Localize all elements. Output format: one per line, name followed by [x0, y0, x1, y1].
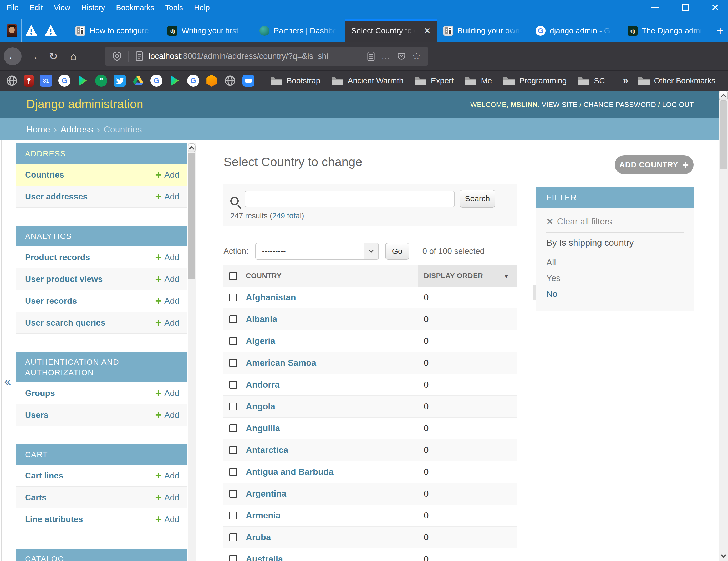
sidebar-item-user-addresses[interactable]: User addresses +Add: [16, 186, 187, 208]
sort-descending-icon[interactable]: ▼: [503, 273, 510, 280]
column-header-display-order[interactable]: DISPLAY ORDER▼: [418, 266, 517, 287]
maximize-icon[interactable]: [677, 0, 693, 15]
shield-icon[interactable]: [113, 51, 121, 61]
reload-icon[interactable]: ↻: [45, 50, 62, 62]
bookmark-folder-expert[interactable]: Expert: [414, 75, 454, 86]
scroll-up-icon[interactable]: [188, 144, 196, 152]
sidebar-item-cart-lines[interactable]: Cart lines +Add: [16, 465, 187, 487]
pinned-tab-avatar[interactable]: [2, 19, 22, 42]
tab-building-your-own[interactable]: Building your own: [437, 19, 529, 42]
row-checkbox[interactable]: [229, 446, 237, 454]
add-user-records-link[interactable]: +Add: [155, 295, 179, 306]
menu-file[interactable]: File: [6, 3, 19, 12]
total-results-link[interactable]: 249 total: [272, 212, 302, 220]
action-select[interactable]: ---------: [255, 243, 379, 260]
pinned-tab-warning-1[interactable]: [22, 19, 41, 42]
other-bookmarks-folder[interactable]: Other Bookmarks: [637, 75, 715, 86]
row-checkbox[interactable]: [229, 468, 237, 476]
page-scrollbar-thumb[interactable]: [720, 101, 727, 170]
menu-history[interactable]: History: [81, 3, 105, 12]
home-icon[interactable]: ⌂: [65, 50, 82, 62]
country-link[interactable]: Afghanistan: [246, 292, 296, 302]
search-input[interactable]: [245, 191, 455, 207]
change-password-link[interactable]: CHANGE PASSWORD: [584, 101, 656, 109]
play-store-bookmark-icon[interactable]: [77, 75, 89, 87]
add-country-button[interactable]: ADD COUNTRY+: [615, 155, 694, 174]
country-link[interactable]: Angola: [246, 401, 275, 411]
google-bookmark-icon[interactable]: G: [187, 75, 199, 87]
clear-all-filters-link[interactable]: ✕ Clear all filters: [546, 217, 612, 227]
menu-edit[interactable]: Edit: [30, 3, 43, 12]
globe-bookmark-icon[interactable]: [6, 75, 18, 87]
view-site-link[interactable]: VIEW SITE: [542, 101, 577, 109]
bookmark-folder-programming[interactable]: Programming: [502, 75, 567, 86]
site-title[interactable]: Django administration: [26, 97, 143, 111]
page-actions-icon[interactable]: …: [381, 51, 391, 62]
row-checkbox[interactable]: [229, 315, 237, 323]
add-line-attributes-link[interactable]: +Add: [155, 514, 179, 525]
add-cart-lines-link[interactable]: +Add: [155, 470, 179, 481]
sidebar-collapse-icon[interactable]: «: [4, 374, 11, 388]
scroll-up-icon[interactable]: [719, 91, 728, 101]
forward-icon[interactable]: →: [25, 50, 42, 62]
row-checkbox[interactable]: [229, 512, 237, 519]
add-user-addresses-link[interactable]: +Add: [155, 191, 179, 202]
menu-tools[interactable]: Tools: [165, 3, 183, 12]
orange-gem-bookmark-icon[interactable]: [206, 75, 218, 87]
country-link[interactable]: Algeria: [246, 336, 275, 346]
breadcrumb-address[interactable]: Address: [60, 124, 93, 135]
scroll-down-icon[interactable]: [719, 551, 728, 561]
menu-view[interactable]: View: [54, 3, 70, 12]
row-checkbox[interactable]: [229, 359, 237, 367]
page-info-icon[interactable]: [135, 51, 143, 61]
back-icon[interactable]: ←: [4, 47, 22, 65]
search-button[interactable]: Search: [460, 190, 495, 208]
sidebar-item-groups[interactable]: Groups +Add: [16, 382, 187, 404]
log-out-link[interactable]: LOG OUT: [662, 101, 694, 109]
reader-mode-icon[interactable]: [367, 52, 375, 61]
google-drive-bookmark-icon[interactable]: [132, 75, 144, 87]
country-link[interactable]: Antarctica: [246, 445, 288, 455]
add-carts-link[interactable]: +Add: [155, 492, 179, 503]
breadcrumb-home[interactable]: Home: [26, 124, 50, 135]
filter-option-all[interactable]: All: [546, 258, 556, 268]
tab-writing-your-first[interactable]: dj Writing your first: [161, 19, 253, 42]
country-link[interactable]: American Samoa: [246, 358, 316, 367]
add-user-product-views-link[interactable]: +Add: [155, 274, 179, 284]
select-all-checkbox[interactable]: [229, 272, 237, 280]
new-tab-button[interactable]: +: [714, 23, 727, 38]
close-window-icon[interactable]: ✕: [707, 0, 723, 15]
tab-the-django-admin[interactable]: dj The Django admi: [621, 19, 713, 42]
tab-django-admin-google[interactable]: G django admin - G: [529, 19, 621, 42]
sidebar-item-product-records[interactable]: Product records +Add: [16, 247, 187, 268]
bookmark-folder-bootstrap[interactable]: Bootstrap: [270, 75, 320, 86]
bookmark-star-icon[interactable]: ☆: [412, 51, 421, 62]
row-checkbox[interactable]: [229, 490, 237, 498]
sidebar-item-user-records[interactable]: User records +Add: [16, 290, 187, 312]
add-product-records-link[interactable]: +Add: [155, 252, 179, 263]
sidebar-item-line-attributes[interactable]: Line attributes +Add: [16, 508, 187, 530]
red-pin-bookmark-icon[interactable]: [24, 75, 34, 87]
close-tab-icon[interactable]: ✕: [424, 26, 431, 36]
filter-option-no[interactable]: No: [546, 289, 557, 299]
bookmark-folder-me[interactable]: Me: [464, 75, 492, 86]
country-link[interactable]: Argentina: [246, 489, 286, 498]
add-countries-link[interactable]: +Add: [155, 169, 179, 180]
sidebar-scrollbar-thumb[interactable]: [188, 154, 195, 279]
country-link[interactable]: Albania: [246, 314, 277, 324]
sidebar-item-users[interactable]: Users +Add: [16, 404, 187, 426]
country-link[interactable]: Australia: [246, 554, 283, 561]
calendar-bookmark-icon[interactable]: 31: [40, 75, 52, 87]
hangouts-bookmark-icon[interactable]: ": [95, 75, 107, 87]
add-users-link[interactable]: +Add: [155, 409, 179, 420]
sidebar-item-countries[interactable]: Countries +Add: [16, 164, 187, 186]
country-link[interactable]: Aruba: [246, 532, 271, 542]
tab-select-country-active[interactable]: Select Country to c ✕: [345, 19, 437, 42]
zoom-bookmark-icon[interactable]: [242, 75, 254, 87]
filter-option-yes[interactable]: Yes: [546, 273, 561, 283]
add-groups-link[interactable]: +Add: [155, 387, 179, 399]
row-checkbox[interactable]: [229, 337, 237, 345]
minimize-icon[interactable]: [647, 0, 663, 15]
column-header-country[interactable]: COUNTRY: [246, 272, 418, 280]
row-checkbox[interactable]: [229, 533, 237, 541]
